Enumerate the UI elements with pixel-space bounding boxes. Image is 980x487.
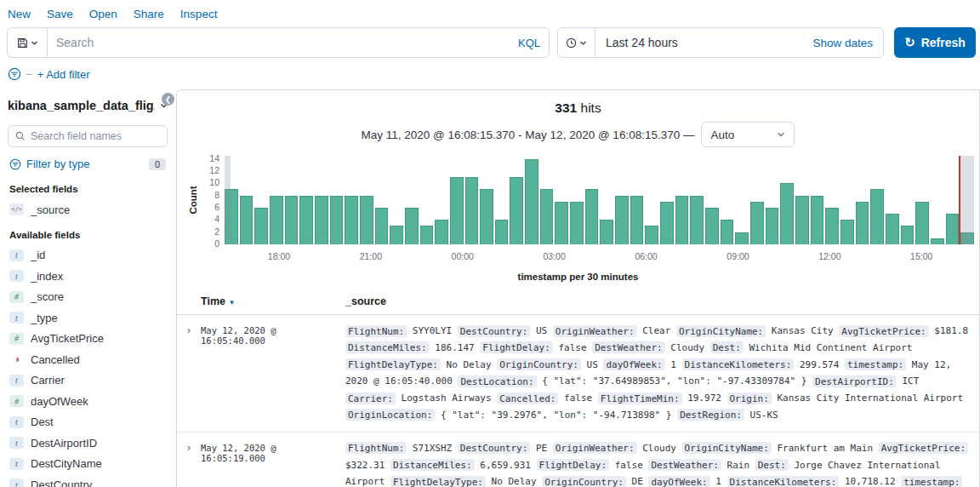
histogram-bar[interactable]	[946, 214, 960, 244]
histogram-bar[interactable]	[856, 202, 869, 244]
histogram-bar[interactable]	[825, 208, 839, 244]
histogram-bar[interactable]	[270, 196, 283, 244]
histogram-bar[interactable]	[840, 220, 854, 244]
expand-row-icon[interactable]: ›	[177, 323, 201, 424]
histogram-bar[interactable]	[420, 226, 434, 244]
source-field-name: AvgTicketPrice:	[879, 442, 968, 454]
histogram-bar[interactable]	[495, 220, 509, 244]
histogram-bar[interactable]	[630, 196, 644, 244]
histogram-bar[interactable]	[901, 226, 914, 244]
add-filter-button[interactable]: + Add filter	[37, 68, 90, 81]
field-search-input[interactable]	[31, 130, 160, 142]
source-field-name: DestLocation:	[458, 375, 536, 387]
time-column-header[interactable]: Time ▼	[201, 295, 345, 307]
kql-language-button[interactable]: KQL	[511, 37, 540, 49]
filter-by-type-button[interactable]: Filter by type 0	[8, 156, 168, 179]
histogram-bar[interactable]	[915, 202, 929, 244]
histogram-bar[interactable]	[585, 189, 599, 244]
histogram-bar[interactable]	[811, 196, 824, 244]
source-field-name: OriginLocation:	[345, 409, 435, 421]
histogram-bar[interactable]	[480, 189, 493, 244]
histogram-bar[interactable]	[345, 196, 358, 244]
available-fields-heading: Available fields	[9, 230, 168, 240]
histogram-bar[interactable]	[360, 196, 373, 244]
show-dates-button[interactable]: Show dates	[812, 37, 873, 49]
document-row[interactable]: ›May 12, 2020 @ 16:05:19.000FlightNum: S…	[177, 433, 979, 487]
field-item-dayOfWeek[interactable]: #dayOfWeek	[8, 391, 168, 412]
histogram-bar[interactable]	[299, 196, 313, 244]
histogram-bar[interactable]	[525, 159, 538, 244]
histogram-bar[interactable]	[766, 208, 779, 244]
filter-by-type-label: Filter by type	[26, 158, 144, 170]
document-row[interactable]: ›May 12, 2020 @ 16:05:40.000FlightNum: S…	[177, 315, 979, 433]
nav-link-share[interactable]: Share	[134, 8, 164, 20]
field-item-_type[interactable]: t_type	[8, 307, 168, 329]
histogram-bar[interactable]	[435, 220, 448, 244]
histogram-bar[interactable]	[285, 196, 299, 244]
histogram-bar[interactable]	[510, 177, 523, 244]
histogram-bar[interactable]	[450, 177, 464, 244]
histogram-bar[interactable]	[465, 177, 479, 244]
index-pattern-switcher[interactable]: kibana_sample_data_flig...	[8, 99, 168, 112]
fields-sidebar: kibana_sample_data_flig... Filter by typ…	[0, 89, 176, 487]
field-item-DestAirportID[interactable]: tDestAirportID	[8, 433, 168, 454]
field-item-Dest[interactable]: tDest	[8, 412, 168, 433]
search-icon	[15, 131, 26, 141]
filter-menu-icon[interactable]	[8, 67, 21, 81]
histogram-bar[interactable]	[705, 208, 719, 244]
histogram-bar[interactable]	[886, 214, 899, 244]
expand-row-icon[interactable]: ›	[177, 440, 201, 487]
histogram-bar[interactable]	[240, 196, 254, 244]
histogram-bar[interactable]	[795, 196, 809, 244]
field-item-AvgTicketPrice[interactable]: #AvgTicketPrice	[8, 329, 168, 350]
histogram-bar[interactable]	[540, 189, 554, 244]
histogram-bar[interactable]	[721, 220, 734, 244]
histogram-bar[interactable]	[615, 196, 629, 244]
nav-link-new[interactable]: New	[8, 8, 31, 20]
time-quick-select-button[interactable]	[558, 28, 595, 57]
partial-bucket-band-right	[959, 156, 974, 244]
histogram-bar[interactable]	[390, 226, 403, 244]
histogram-bar[interactable]	[690, 196, 704, 244]
interval-select[interactable]: Auto	[701, 122, 795, 147]
histogram-plot-area[interactable]	[225, 156, 974, 244]
search-input[interactable]	[56, 36, 511, 49]
histogram-bar[interactable]	[570, 202, 584, 244]
histogram-bar[interactable]	[780, 183, 794, 244]
histogram-bar[interactable]	[870, 189, 884, 244]
field-item-DestCityName[interactable]: tDestCityName	[8, 454, 168, 475]
chevron-down-icon	[31, 39, 38, 47]
histogram-bar[interactable]	[330, 196, 344, 244]
x-tick-label: 15:00	[910, 251, 932, 261]
histogram-bar[interactable]	[254, 208, 268, 244]
string-field-icon: t	[9, 249, 24, 261]
collapse-sidebar-button[interactable]: ❮	[162, 93, 174, 106]
nav-link-inspect[interactable]: Inspect	[180, 8, 218, 20]
histogram-bar[interactable]	[555, 202, 568, 244]
field-item-_id[interactable]: t_id	[8, 245, 168, 266]
field-item-Cancelled[interactable]: ◑Cancelled	[8, 349, 168, 370]
clock-icon	[566, 37, 577, 49]
refresh-button[interactable]: ↻ Refresh	[894, 27, 976, 58]
nav-link-save[interactable]: Save	[47, 8, 73, 20]
histogram-bar[interactable]	[660, 202, 674, 244]
histogram-bar[interactable]	[600, 220, 613, 244]
histogram-bar[interactable]	[675, 196, 689, 244]
histogram-bar[interactable]	[405, 208, 419, 244]
nav-link-open[interactable]: Open	[89, 8, 117, 20]
saved-query-menu-button[interactable]	[7, 27, 47, 58]
field-item-_score[interactable]: #_score	[8, 287, 168, 308]
histogram-bar[interactable]	[735, 232, 749, 244]
histogram-bar[interactable]	[750, 202, 764, 244]
histogram-bar[interactable]	[375, 208, 389, 244]
time-range-value[interactable]: Last 24 hours	[606, 36, 812, 49]
field-item-_source[interactable]: </>_source	[8, 199, 168, 221]
field-item-DestCountry[interactable]: tDestCountry	[8, 474, 168, 487]
source-field-name: DistanceKilometers:	[727, 476, 840, 487]
histogram-bar[interactable]	[315, 196, 328, 244]
field-item-_index[interactable]: t_index	[8, 266, 168, 287]
source-column-header: _source	[345, 295, 386, 307]
histogram-bar[interactable]	[931, 238, 944, 244]
field-item-Carrier[interactable]: tCarrier	[8, 370, 168, 392]
histogram-bar[interactable]	[645, 226, 658, 244]
